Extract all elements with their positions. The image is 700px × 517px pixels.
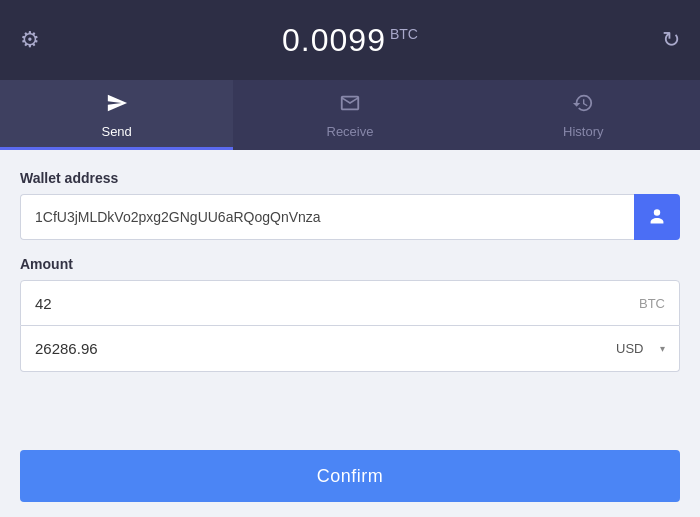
qr-scan-button[interactable]	[634, 194, 680, 240]
btc-currency-label: BTC	[639, 296, 665, 311]
settings-button[interactable]: ⚙	[20, 27, 40, 53]
usd-currency-wrapper[interactable]: USD EUR GBP ▾	[616, 341, 665, 356]
wallet-address-input[interactable]	[20, 194, 634, 240]
usd-amount-input[interactable]	[35, 340, 616, 357]
wallet-address-row	[20, 194, 680, 240]
header: ⚙ 0.0099BTC ↻	[0, 0, 700, 80]
balance-value: 0.0099	[282, 22, 386, 58]
amount-label: Amount	[20, 256, 680, 272]
btc-amount-input[interactable]	[35, 295, 639, 312]
send-icon	[106, 92, 128, 119]
tab-history[interactable]: History	[467, 80, 700, 150]
wallet-address-section: Wallet address	[20, 170, 680, 240]
tab-send-label: Send	[101, 124, 131, 139]
refresh-button[interactable]: ↻	[662, 27, 680, 53]
tab-receive[interactable]: Receive	[233, 80, 466, 150]
balance-display: 0.0099BTC	[282, 22, 418, 59]
tab-bar: Send Receive History	[0, 80, 700, 150]
confirm-button[interactable]: Confirm	[20, 450, 680, 502]
tab-send[interactable]: Send	[0, 80, 233, 150]
receive-icon	[339, 92, 361, 119]
btc-amount-row: BTC	[20, 280, 680, 326]
tab-history-label: History	[563, 124, 603, 139]
history-icon	[572, 92, 594, 119]
svg-point-0	[654, 209, 660, 215]
balance-currency: BTC	[390, 26, 418, 42]
usd-amount-row: USD EUR GBP ▾	[20, 326, 680, 372]
wallet-address-label: Wallet address	[20, 170, 680, 186]
dropdown-arrow-icon: ▾	[660, 343, 665, 354]
tab-receive-label: Receive	[327, 124, 374, 139]
qr-button-icon	[646, 206, 668, 228]
amount-section: Amount BTC USD EUR GBP ▾	[20, 256, 680, 372]
usd-currency-select[interactable]: USD EUR GBP	[616, 341, 658, 356]
main-content: Wallet address Amount BTC USD EUR GBP ▾ …	[0, 150, 700, 517]
